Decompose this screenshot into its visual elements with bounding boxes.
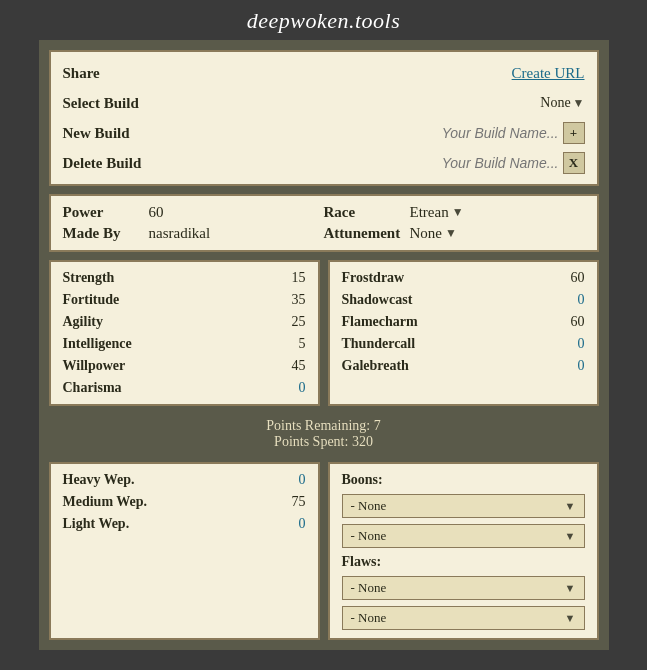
stat-row: Thundercall0 <box>342 336 585 352</box>
boon-dropdown-2[interactable]: - None▼ <box>342 524 585 548</box>
stat-value: 0 <box>299 380 306 396</box>
new-build-input[interactable] <box>399 125 559 141</box>
main-container: Share Create URL Select Build None ▼ New… <box>39 40 609 650</box>
stats-container: Strength15Fortitude35Agility25Intelligen… <box>49 260 599 406</box>
points-remaining-value: 7 <box>374 418 381 433</box>
left-stats-panel: Strength15Fortitude35Agility25Intelligen… <box>49 260 320 406</box>
character-info-panel: Power 60 Race Etrean ▼ Made By nasradika… <box>49 194 599 252</box>
points-spent-value: 320 <box>352 434 373 449</box>
delete-build-input[interactable] <box>399 155 559 171</box>
stat-row: Charisma0 <box>63 380 306 396</box>
race-row[interactable]: Race Etrean ▼ <box>324 204 585 221</box>
new-build-add-button[interactable]: + <box>563 122 585 144</box>
select-build-label: Select Build <box>63 95 139 112</box>
attunement-value: None <box>410 225 443 242</box>
points-spent-label: Points Spent: <box>274 434 348 449</box>
weapon-name: Medium Wep. <box>63 494 148 510</box>
flaw-dropdown-1[interactable]: - None▼ <box>342 576 585 600</box>
boons-label: Boons: <box>342 472 585 488</box>
stat-value: 15 <box>292 270 306 286</box>
points-spent: Points Spent: 320 <box>49 434 599 450</box>
create-url-button[interactable]: Create URL <box>512 65 585 82</box>
stat-name: Strength <box>63 270 115 286</box>
race-chevron: ▼ <box>452 205 464 220</box>
flaw-arrow-icon: ▼ <box>565 612 576 624</box>
flaw-text: - None <box>351 610 387 626</box>
points-remaining: Points Remaining: 7 <box>49 418 599 434</box>
stat-name: Fortitude <box>63 292 120 308</box>
points-display: Points Remaining: 7 Points Spent: 320 <box>49 414 599 454</box>
stat-value: 60 <box>571 314 585 330</box>
race-value: Etrean <box>410 204 449 221</box>
stat-name: Shadowcast <box>342 292 413 308</box>
weapon-row: Light Wep.0 <box>63 516 306 532</box>
attunement-row[interactable]: Attunement None ▼ <box>324 225 585 242</box>
stat-value: 5 <box>299 336 306 352</box>
points-remaining-label: Points Remaining: <box>266 418 370 433</box>
new-build-label: New Build <box>63 125 130 142</box>
delete-build-row: Delete Build X <box>63 150 585 176</box>
power-value: 60 <box>149 204 164 221</box>
boon-arrow-icon: ▼ <box>565 530 576 542</box>
boons-panel: Boons:- None▼- None▼Flaws:- None▼- None▼ <box>328 462 599 640</box>
stat-value: 25 <box>292 314 306 330</box>
stat-name: Flamecharm <box>342 314 418 330</box>
stat-row: Fortitude35 <box>63 292 306 308</box>
flaw-arrow-icon: ▼ <box>565 582 576 594</box>
select-build-dropdown[interactable]: None ▼ <box>540 95 584 111</box>
stat-value: 60 <box>571 270 585 286</box>
stat-name: Willpower <box>63 358 126 374</box>
flaws-label: Flaws: <box>342 554 585 570</box>
stat-name: Agility <box>63 314 103 330</box>
made-by-row: Made By nasradikal <box>63 225 324 242</box>
stat-name: Charisma <box>63 380 122 396</box>
stat-value: 0 <box>578 358 585 374</box>
race-dropdown[interactable]: Etrean ▼ <box>410 204 464 221</box>
build-panel: Share Create URL Select Build None ▼ New… <box>49 50 599 186</box>
share-row: Share Create URL <box>63 60 585 86</box>
stat-row: Strength15 <box>63 270 306 286</box>
stat-name: Thundercall <box>342 336 416 352</box>
boon-text: - None <box>351 498 387 514</box>
stat-value: 0 <box>578 336 585 352</box>
boon-dropdown-1[interactable]: - None▼ <box>342 494 585 518</box>
stat-name: Frostdraw <box>342 270 405 286</box>
select-build-right[interactable]: None ▼ <box>540 95 584 111</box>
delete-build-confirm-button[interactable]: X <box>563 152 585 174</box>
weapon-row: Heavy Wep.0 <box>63 472 306 488</box>
weapon-value: 75 <box>292 494 306 510</box>
select-build-row: Select Build None ▼ <box>63 90 585 116</box>
stat-row: Intelligence5 <box>63 336 306 352</box>
weapon-value: 0 <box>299 516 306 532</box>
weapons-panel: Heavy Wep.0Medium Wep.75Light Wep.0 <box>49 462 320 640</box>
boon-arrow-icon: ▼ <box>565 500 576 512</box>
select-build-value: None <box>540 95 570 111</box>
new-build-row: New Build + <box>63 120 585 146</box>
attunement-dropdown[interactable]: None ▼ <box>410 225 457 242</box>
select-build-chevron: ▼ <box>573 96 585 111</box>
stat-name: Intelligence <box>63 336 132 352</box>
weapon-name: Light Wep. <box>63 516 130 532</box>
stat-value: 0 <box>578 292 585 308</box>
delete-build-label: Delete Build <box>63 155 142 172</box>
stat-value: 45 <box>292 358 306 374</box>
power-label: Power <box>63 204 143 221</box>
share-label: Share <box>63 65 100 82</box>
stat-row: Agility25 <box>63 314 306 330</box>
power-row: Power 60 <box>63 204 324 221</box>
stat-name: Galebreath <box>342 358 409 374</box>
stat-row: Galebreath0 <box>342 358 585 374</box>
flaw-dropdown-2[interactable]: - None▼ <box>342 606 585 630</box>
stat-row: Flamecharm60 <box>342 314 585 330</box>
stat-value: 35 <box>292 292 306 308</box>
made-by-label: Made By <box>63 225 143 242</box>
stat-row: Shadowcast0 <box>342 292 585 308</box>
weapon-value: 0 <box>299 472 306 488</box>
bottom-container: Heavy Wep.0Medium Wep.75Light Wep.0 Boon… <box>49 462 599 640</box>
right-stats-panel: Frostdraw60Shadowcast0Flamecharm60Thunde… <box>328 260 599 406</box>
made-by-value: nasradikal <box>149 225 211 242</box>
stat-row: Frostdraw60 <box>342 270 585 286</box>
delete-build-right: X <box>399 152 585 174</box>
attunement-label: Attunement <box>324 225 404 242</box>
race-label: Race <box>324 204 404 221</box>
